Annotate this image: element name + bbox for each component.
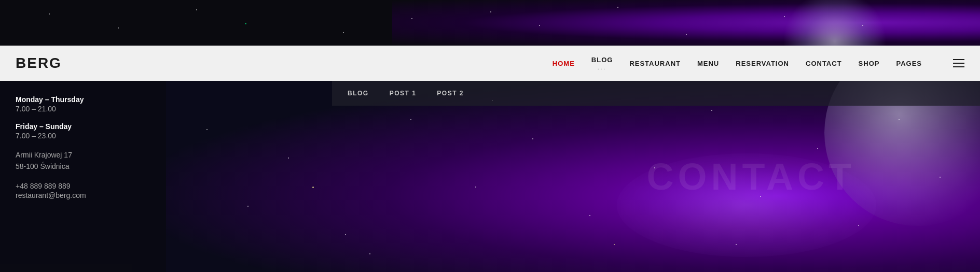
hamburger-line xyxy=(953,66,964,67)
hamburger-line xyxy=(953,63,964,64)
planet-glow xyxy=(783,0,887,46)
nav-restaurant[interactable]: RESTAURANT xyxy=(629,60,681,67)
time-fri-sun: 7.00 – 23.00 xyxy=(16,132,150,140)
day-label-fri-sun: Friday – Sunday xyxy=(16,122,150,131)
navbar: BERG HOME BLOG ... RESTAURANT MENU RESER… xyxy=(0,46,980,81)
star xyxy=(345,234,346,235)
star xyxy=(343,32,344,33)
phone-number: +48 889 889 889 xyxy=(16,182,150,190)
star xyxy=(899,119,900,120)
star-field xyxy=(166,81,980,272)
space-area: BLOG POST 1 POST 2 xyxy=(166,81,980,272)
star xyxy=(206,129,208,130)
time-mon-thu: 7.00 – 21.00 xyxy=(16,105,150,113)
submenu-post1[interactable]: POST 1 xyxy=(390,90,417,97)
info-panel: Monday – Thursday 7.00 – 21.00 Friday – … xyxy=(0,81,166,272)
main-area: Monday – Thursday 7.00 – 21.00 Friday – … xyxy=(0,81,980,272)
star xyxy=(940,177,941,178)
star xyxy=(858,225,859,226)
nav-reservation[interactable]: RESERVATION xyxy=(736,60,789,67)
star xyxy=(118,27,119,28)
star xyxy=(817,148,818,149)
star xyxy=(288,158,289,159)
top-banner xyxy=(0,0,980,46)
hamburger-menu[interactable] xyxy=(953,59,964,67)
schedule-mon-thu: Monday – Thursday 7.00 – 21.00 xyxy=(16,95,150,113)
nav-links: HOME BLOG ... RESTAURANT MENU RESERVATIO… xyxy=(553,56,964,70)
star xyxy=(711,110,712,111)
star xyxy=(490,11,491,12)
star xyxy=(247,206,249,207)
star xyxy=(654,167,655,168)
email-address: restaurant@berg.com xyxy=(16,191,150,199)
submenu-blog[interactable]: BLOG xyxy=(348,90,369,97)
schedule-fri-sun: Friday – Sunday 7.00 – 23.00 xyxy=(16,122,150,140)
nav-home[interactable]: HOME xyxy=(553,60,575,67)
nav-shop[interactable]: SHOP xyxy=(859,60,880,67)
address-block: Armii Krajowej 17 58-100 Świdnica xyxy=(16,149,150,173)
nav-blog[interactable]: BLOG xyxy=(591,56,613,64)
address-line2: 58-100 Świdnica xyxy=(16,161,150,172)
star xyxy=(532,138,533,139)
site-logo[interactable]: BERG xyxy=(16,55,62,71)
star xyxy=(475,187,476,188)
star xyxy=(589,215,590,216)
star xyxy=(736,244,737,245)
nav-blog-container: BLOG ... xyxy=(591,56,613,70)
hamburger-line xyxy=(953,59,964,60)
star xyxy=(760,196,761,197)
space-background xyxy=(392,0,980,46)
star xyxy=(410,119,411,120)
star-yellow xyxy=(614,244,615,245)
star-green xyxy=(245,23,246,24)
nav-pages[interactable]: PAGES xyxy=(896,60,922,67)
day-label-mon-thu: Monday – Thursday xyxy=(16,95,150,104)
submenu-bar: BLOG POST 1 POST 2 xyxy=(332,81,980,106)
blog-dots: ... xyxy=(598,65,606,70)
star xyxy=(369,253,370,254)
nav-menu[interactable]: MENU xyxy=(697,60,719,67)
star-yellow xyxy=(312,187,314,188)
star xyxy=(196,9,197,10)
submenu-post2[interactable]: POST 2 xyxy=(437,90,464,97)
address-line1: Armii Krajowej 17 xyxy=(16,149,150,161)
contact-block: +48 889 889 889 restaurant@berg.com xyxy=(16,182,150,199)
star xyxy=(49,13,50,15)
nav-contact[interactable]: CONTACT xyxy=(806,60,842,67)
